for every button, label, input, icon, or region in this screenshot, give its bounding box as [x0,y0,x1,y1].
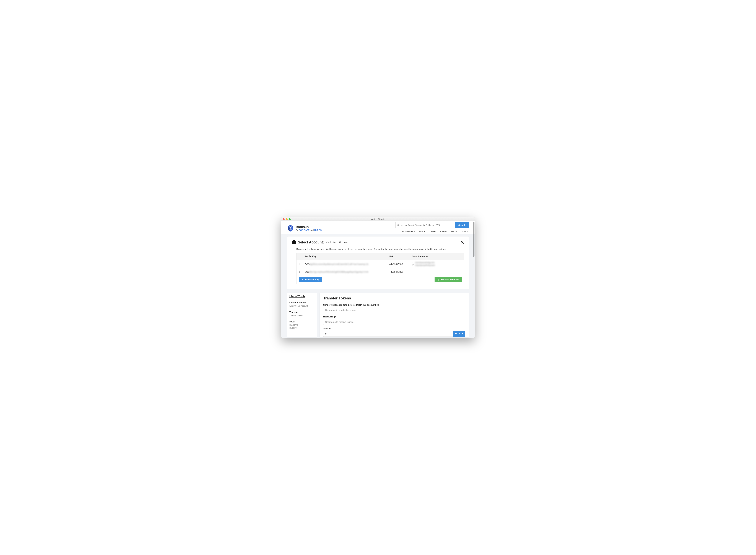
select-account-title: Select Account: [298,240,324,244]
brand-text: Bloks.io By EOS CAFE and HKEOS [296,225,322,231]
nav-eos-monitor[interactable]: EOS Monitor [402,229,415,234]
info-icon[interactable]: i [377,304,379,306]
browser-window: Wallet | Bloks.io [281,217,475,338]
nav-vote[interactable]: Vote [431,229,435,234]
col-index [296,253,303,259]
key-icon [301,279,303,281]
table-actions-row: Generate Key Refresh Accounts [296,275,464,284]
nav-wallet[interactable]: Wallet [451,229,457,234]
col-select-account: Select Account [410,253,464,259]
link-hkeos[interactable]: HKEOS [314,229,322,231]
row-path: 44'/194'/0'/0/1 [387,269,410,275]
row-accounts: minirdawoahelga.bm mlandanawfmikynam [410,259,464,269]
receiver-label: Receiver: i [323,315,465,318]
tool-group-transfer: Transfer Transfer Tokens [287,309,317,319]
tools-heading: List of Tools [287,295,317,300]
site-header: Bloks.io By EOS CAFE and HKEOS Search EO… [281,221,475,234]
generate-key-button[interactable]: Generate Key [299,277,322,282]
window-title: Wallet | Bloks.io [281,218,475,220]
table-row: 2. EOS8bc7gLrmyhzunFlRJmkOgROOlBtkyag4fa… [296,269,464,275]
refresh-icon [437,279,439,281]
radio-icon [339,241,341,243]
amount-input[interactable] [323,331,453,337]
wallet-type-radios: Scatter Ledger [326,241,350,244]
brand[interactable]: Bloks.io By EOS CAFE and HKEOS [287,224,322,232]
col-public-key: Public Key [303,253,387,259]
select-account-header: 1 Select Account: Scatter Ledger [292,240,464,244]
nav-live-tx[interactable]: Live TX [419,229,427,234]
chevron-down-icon [462,333,463,334]
tool-transfer-tokens[interactable]: Transfer Tokens [289,314,315,317]
keys-table: Public Key Path Select Account 1. EOS5gZ… [296,253,464,284]
row-index: 1. [296,259,303,269]
amount-label: Amount [323,327,465,330]
radio-scatter[interactable]: Scatter [326,241,336,244]
account-option[interactable]: minirdawoahelga.bm [412,261,462,264]
page-viewport: Bloks.io By EOS CAFE and HKEOS Search EO… [281,221,475,338]
logo-cube-icon [287,224,294,232]
sender-label: Sender (tokens are auto-detected from th… [323,304,465,306]
lower-section: List of Tools Create Account Easy Create… [287,293,469,337]
tool-group-create-account: Create Account Easy Create Account [287,300,317,309]
ledger-info-text: Bloks.io will only show your initial key… [296,248,464,250]
search-input[interactable] [395,222,455,228]
token-select-dropdown[interactable]: 0 EOS [453,331,465,337]
macos-titlebar: Wallet | Bloks.io [281,217,475,221]
row-public-key: EOS8bc7gLrmyhzunFlRJmkOgROOlBtkyag4faynO… [303,269,387,275]
row-path: 44'/194'/0'/0/0 [387,259,410,269]
account-option[interactable]: mlandanawfmikynam [412,264,462,266]
search-wrap: Search [395,222,469,228]
receiver-field: Receiver: i [323,315,465,325]
row-public-key: EOS5gZlDzLmmn2by4bknryCm4EJwmOk7LdFYwnYw… [303,259,387,269]
nav-tokens[interactable]: Tokens [440,229,447,234]
tool-sell-ram[interactable]: Sell RAM [289,327,315,330]
main-nav: EOS Monitor Live TX Vote Tokens Wallet M… [402,229,469,234]
info-icon[interactable]: i [334,316,336,318]
radio-ledger[interactable]: Ledger [339,241,348,244]
scrollbar-thumb[interactable] [473,222,474,257]
header-right: Search EOS Monitor Live TX Vote Tokens W… [395,222,469,234]
transfer-title: Transfer Tokens [323,296,465,300]
close-panel-button[interactable] [460,240,464,244]
page-body: 1 Select Account: Scatter Ledger [281,234,475,338]
refresh-accounts-button[interactable]: Refresh Accounts [434,277,462,282]
radio-icon [412,264,414,266]
select-account-card: 1 Select Account: Scatter Ledger [287,237,469,289]
radio-icon [326,241,329,243]
chevron-down-icon [467,231,468,232]
svg-point-11 [302,280,302,280]
row-accounts [410,269,464,275]
sender-field: Sender (tokens are auto-detected from th… [323,304,465,313]
col-path: Path [387,253,410,259]
amount-field: Amount 0 EOS [323,327,465,337]
scrollbar[interactable] [473,222,474,337]
tools-sidebar: List of Tools Create Account Easy Create… [287,293,317,337]
tool-buy-ram[interactable]: Buy RAM [289,324,315,327]
radio-icon [412,262,414,263]
close-icon [460,240,464,244]
sender-input[interactable] [323,307,465,313]
tool-easy-create-account[interactable]: Easy Create Account [289,304,315,308]
table-row: 1. EOS5gZlDzLmmn2by4bknryCm4EJwmOk7LdFYw… [296,259,464,269]
brand-name: Bloks.io [296,225,322,229]
search-button[interactable]: Search [455,222,469,228]
receiver-input[interactable] [323,319,465,325]
row-index: 2. [296,269,303,275]
brand-byline: By EOS CAFE and HKEOS [296,229,322,231]
link-eoscafe[interactable]: EOS CAFE [299,229,310,231]
tool-group-ram: RAM Buy RAM Sell RAM [287,319,317,331]
nav-misc[interactable]: Misc [462,229,468,234]
step-badge: 1 [292,240,296,244]
transfer-tokens-card: Transfer Tokens Sender (tokens are auto-… [320,293,469,337]
